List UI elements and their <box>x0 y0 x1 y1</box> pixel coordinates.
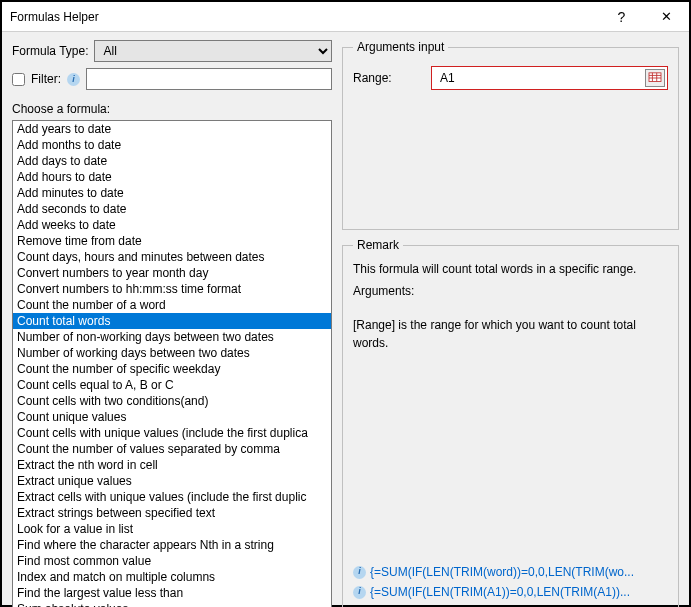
remark-fieldset: Remark This formula will count total wor… <box>342 238 679 607</box>
range-label: Range: <box>353 71 423 85</box>
list-item[interactable]: Count unique values <box>13 409 331 425</box>
formula-type-label: Formula Type: <box>12 44 88 58</box>
list-item[interactable]: Count total words <box>13 313 331 329</box>
list-item[interactable]: Number of working days between two dates <box>13 345 331 361</box>
list-item[interactable]: Count the number of values separated by … <box>13 441 331 457</box>
list-item[interactable]: Add minutes to date <box>13 185 331 201</box>
remark-range-description: [Range] is the range for which you want … <box>353 316 668 352</box>
remark-description: This formula will count total words in a… <box>353 260 668 278</box>
filter-input[interactable] <box>86 68 332 90</box>
remark-arguments-label: Arguments: <box>353 282 668 300</box>
list-item[interactable]: Count the number of a word <box>13 297 331 313</box>
list-item[interactable]: Add hours to date <box>13 169 331 185</box>
list-item[interactable]: Count cells with unique values (include … <box>13 425 331 441</box>
list-item[interactable]: Add days to date <box>13 153 331 169</box>
list-item[interactable]: Number of non-working days between two d… <box>13 329 331 345</box>
formulas-helper-dialog: Formulas Helper ? ✕ Formula Type: All Fi… <box>1 1 690 606</box>
list-item[interactable]: Count cells equal to A, B or C <box>13 377 331 393</box>
list-item[interactable]: Find most common value <box>13 553 331 569</box>
list-item[interactable]: Add weeks to date <box>13 217 331 233</box>
arguments-fieldset: Arguments input Range: <box>342 40 679 230</box>
svg-rect-0 <box>649 73 661 82</box>
list-item[interactable]: Find the largest value less than <box>13 585 331 601</box>
list-item[interactable]: Extract cells with unique values (includ… <box>13 489 331 505</box>
help-button[interactable]: ? <box>599 2 644 32</box>
info-icon: i <box>353 566 366 579</box>
formula-preview-actual[interactable]: i {=SUM(IF(LEN(TRIM(A1))=0,0,LEN(TRIM(A1… <box>353 583 668 601</box>
list-item[interactable]: Sum absolute values <box>13 601 331 607</box>
range-picker-button[interactable] <box>645 69 665 87</box>
choose-formula-label: Choose a formula: <box>12 102 332 116</box>
info-icon: i <box>353 586 366 599</box>
info-icon[interactable]: i <box>67 73 80 86</box>
list-item[interactable]: Remove time from date <box>13 233 331 249</box>
formula-type-select[interactable]: All <box>94 40 332 62</box>
list-item[interactable]: Extract the nth word in cell <box>13 457 331 473</box>
list-item[interactable]: Find where the character appears Nth in … <box>13 537 331 553</box>
list-item[interactable]: Add months to date <box>13 137 331 153</box>
close-button[interactable]: ✕ <box>644 2 689 32</box>
list-item[interactable]: Extract strings between specified text <box>13 505 331 521</box>
formula-preview-generic[interactable]: i {=SUM(IF(LEN(TRIM(word))=0,0,LEN(TRIM(… <box>353 563 668 581</box>
list-item[interactable]: Add seconds to date <box>13 201 331 217</box>
list-item[interactable]: Convert numbers to year month day <box>13 265 331 281</box>
list-item[interactable]: Count cells with two conditions(and) <box>13 393 331 409</box>
filter-label: Filter: <box>31 72 61 86</box>
range-input-wrap <box>431 66 668 90</box>
list-item[interactable]: Count the number of specific weekday <box>13 361 331 377</box>
range-input[interactable] <box>436 68 645 88</box>
range-picker-icon <box>648 72 662 84</box>
list-item[interactable]: Look for a value in list <box>13 521 331 537</box>
formula-listbox[interactable]: Add years to dateAdd months to dateAdd d… <box>12 120 332 607</box>
list-item[interactable]: Add years to date <box>13 121 331 137</box>
list-item[interactable]: Extract unique values <box>13 473 331 489</box>
titlebar: Formulas Helper ? ✕ <box>2 2 689 32</box>
remark-legend: Remark <box>353 238 403 252</box>
window-title: Formulas Helper <box>10 10 599 24</box>
list-item[interactable]: Index and match on multiple columns <box>13 569 331 585</box>
list-item[interactable]: Count days, hours and minutes between da… <box>13 249 331 265</box>
filter-checkbox[interactable] <box>12 73 25 86</box>
arguments-legend: Arguments input <box>353 40 448 54</box>
list-item[interactable]: Convert numbers to hh:mm:ss time format <box>13 281 331 297</box>
